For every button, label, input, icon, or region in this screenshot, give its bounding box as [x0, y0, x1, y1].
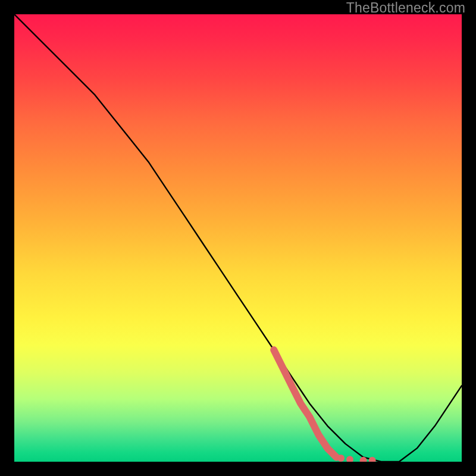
- highlight-segment-path: [274, 350, 336, 458]
- highlight-dot: [346, 456, 353, 462]
- watermark-label: TheBottleneck.com: [346, 0, 465, 16]
- chart-frame: TheBottleneck.com: [0, 0, 476, 476]
- highlight-dots-group: [337, 455, 376, 462]
- highlight-dot: [369, 457, 376, 462]
- highlight-dot: [337, 455, 345, 462]
- chart-plot-area: [14, 14, 462, 462]
- chart-svg: [14, 14, 462, 462]
- bottleneck-curve-path: [14, 14, 462, 462]
